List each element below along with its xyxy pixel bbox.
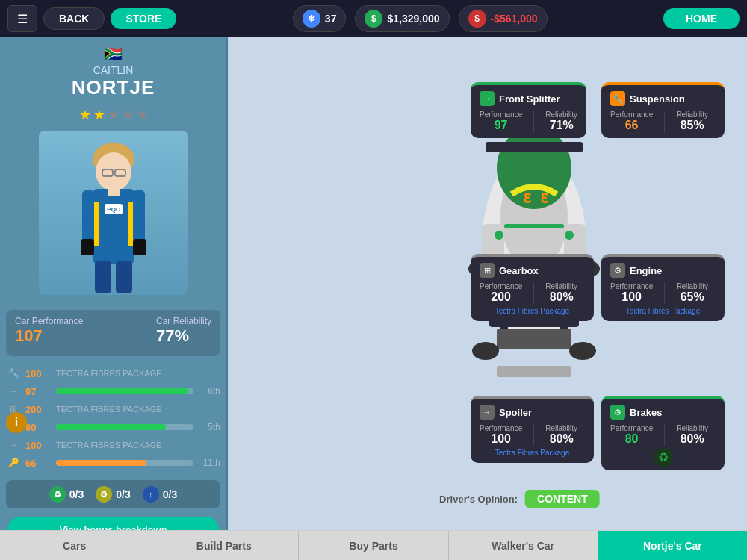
- star-1: ★: [79, 107, 91, 123]
- list-item: ⚙ 80 5th: [6, 420, 220, 435]
- front-splitter-header: → Front Splitter: [480, 91, 577, 106]
- slot-2: ⚙ 0/3: [96, 486, 130, 503]
- tab-cars[interactable]: Cars: [0, 531, 149, 560]
- svg-rect-16: [116, 261, 132, 293]
- brakes-refresh-icon[interactable]: ♻: [654, 448, 673, 467]
- parts-list: 🔧 100 TECTRA FIBRES PACKAGE → 97 6th ⊞ 2…: [0, 360, 226, 476]
- br-perf: Performance 80: [610, 424, 653, 446]
- slot-blue-icon: ↑: [143, 486, 159, 503]
- engine-header: ⚙ Engine: [610, 263, 716, 278]
- bottom-tabs: Cars Build Parts Buy Parts Walker's Car …: [0, 530, 747, 560]
- driver-card: 🇿🇦 CAITLIN NORTJE ★ ★ ★ ★ ★: [0, 37, 226, 306]
- part-bar-4: [56, 424, 193, 430]
- eng-rel: Reliability 65%: [676, 282, 708, 304]
- car-stats: Car Performance 107 Car Reliability 77%: [6, 310, 220, 356]
- spoiler-stats: Performance 100 Reliability 80%: [480, 424, 585, 446]
- driver-first-name: CAITLIN: [93, 64, 134, 76]
- slot-green-icon: ♻: [49, 486, 66, 503]
- left-panel: 🇿🇦 CAITLIN NORTJE ★ ★ ★ ★ ★: [0, 37, 228, 530]
- star-2: ★: [93, 107, 105, 123]
- driver-svg: PQC: [69, 138, 158, 295]
- rel-stat: Car Reliability 77%: [156, 316, 211, 346]
- tab-nortjes-car[interactable]: Nortje's Car: [598, 531, 747, 560]
- list-item: → 100 TECTRA FIBRES PACKAGE: [6, 438, 220, 452]
- list-item: 🔧 100 TECTRA FIBRES PACKAGE: [6, 366, 220, 381]
- sus-perf: Performance 66: [610, 111, 653, 132]
- svg-rect-10: [108, 187, 120, 196]
- money-currency: $ $1,329,000: [355, 5, 449, 32]
- svg-rect-23: [497, 329, 571, 349]
- svg-point-38: [472, 342, 499, 360]
- front-splitter-stats: Performance 97 Reliability 71%: [480, 111, 577, 132]
- gb-rel: Reliability 80%: [545, 282, 577, 304]
- part-icon-2: →: [6, 384, 21, 399]
- gb-perf: Performance 200: [480, 282, 522, 304]
- stats-row: Car Performance 107 Car Reliability 77%: [15, 316, 211, 346]
- currency-area: ❄ 37 $ $1,329,000 $ -$561,000: [293, 5, 548, 32]
- engine-icon: ⚙: [610, 263, 625, 278]
- tab-build-parts[interactable]: Build Parts: [149, 531, 299, 560]
- snowflake-currency: ❄ 37: [293, 5, 347, 32]
- part-icon-5: →: [6, 438, 21, 452]
- suspension-card[interactable]: 🔧 Suspension Performance 66 Reliability …: [601, 82, 725, 138]
- tab-walkers-car[interactable]: Walker's Car: [449, 531, 598, 560]
- car-area: Ɛ Ɛ → Front Splitter Performance 97: [228, 37, 747, 530]
- svg-text:Ɛ: Ɛ: [523, 191, 531, 206]
- slot-yellow-icon: ⚙: [96, 486, 112, 503]
- engine-package: Tectra Fibres Package: [610, 307, 716, 315]
- opinion-badge: CONTENT: [525, 490, 600, 508]
- gearbox-card[interactable]: ⊞ Gearbox Performance 200 Reliability 80…: [471, 254, 594, 321]
- svg-rect-12: [133, 190, 145, 243]
- home-button[interactable]: HOME: [663, 8, 740, 29]
- brakes-card[interactable]: ⚙ Brakes Performance 80 Reliability 80% …: [601, 396, 725, 470]
- spoiler-package: Tectra Fibres Package: [480, 449, 585, 457]
- part-icon-1: 🔧: [6, 366, 21, 381]
- slot-3: ↑ 0/3: [143, 486, 177, 503]
- star-5: ★: [136, 107, 148, 123]
- menu-button[interactable]: ☰: [7, 5, 37, 32]
- tab-buy-parts[interactable]: Buy Parts: [299, 531, 448, 560]
- driver-opinion: Driver's Opinion: CONTENT: [439, 490, 600, 508]
- svg-rect-31: [504, 224, 564, 228]
- list-item: ⊞ 200 TECTRA FIBRES PACKAGE: [6, 402, 220, 417]
- front-splitter-icon: →: [480, 91, 495, 106]
- svg-rect-15: [95, 261, 111, 293]
- fs-rel: Reliability 71%: [545, 111, 577, 132]
- brakes-header: ⚙ Brakes: [610, 405, 716, 420]
- debt-currency: $ -$561,000: [459, 5, 548, 32]
- dollar-icon: $: [365, 10, 382, 28]
- svg-rect-13: [81, 239, 94, 255]
- top-left-controls: ☰ BACK STORE: [7, 5, 176, 32]
- part-bar-2: [56, 388, 193, 394]
- slot-1: ♻ 0/3: [49, 486, 84, 503]
- front-splitter-card[interactable]: → Front Splitter Performance 97 Reliabil…: [471, 82, 586, 138]
- info-icon[interactable]: i: [6, 412, 27, 433]
- top-bar: ☰ BACK STORE ❄ 37 $ $1,329,000 $ -$561,0…: [0, 0, 747, 37]
- list-item: 🔑 66 11th: [6, 455, 220, 470]
- svg-point-32: [495, 231, 503, 240]
- fs-perf: Performance 97: [480, 111, 522, 132]
- spoiler-icon: →: [480, 405, 495, 420]
- svg-point-19: [497, 127, 571, 209]
- engine-stats: Performance 100 Reliability 65%: [610, 282, 716, 304]
- gearbox-icon: ⊞: [480, 263, 495, 278]
- engine-card[interactable]: ⚙ Engine Performance 100 Reliability 65%…: [601, 254, 725, 321]
- driver-image: PQC: [39, 131, 188, 295]
- part-icon-6: 🔑: [6, 455, 21, 470]
- spoiler-header: → Spoiler: [480, 405, 585, 420]
- driver-flag: 🇿🇦: [104, 45, 123, 63]
- store-button[interactable]: STORE: [111, 8, 176, 29]
- svg-point-39: [569, 342, 596, 360]
- driver-last-name: NORTJE: [72, 76, 155, 99]
- debt-icon: $: [468, 10, 486, 28]
- driver-identity: 🇿🇦 CAITLIN NORTJE: [72, 45, 155, 99]
- part-bar-6: [56, 460, 193, 466]
- svg-rect-24: [486, 142, 583, 152]
- list-item: → 97 6th: [6, 384, 220, 399]
- back-button[interactable]: BACK: [43, 7, 105, 30]
- main-content: 🇿🇦 CAITLIN NORTJE ★ ★ ★ ★ ★: [0, 37, 747, 530]
- svg-rect-5: [93, 189, 134, 264]
- gearbox-package: Tectra Fibres Package: [480, 307, 585, 315]
- spoiler-card[interactable]: → Spoiler Performance 100 Reliability 80…: [471, 396, 594, 463]
- gearbox-stats: Performance 200 Reliability 80%: [480, 282, 585, 304]
